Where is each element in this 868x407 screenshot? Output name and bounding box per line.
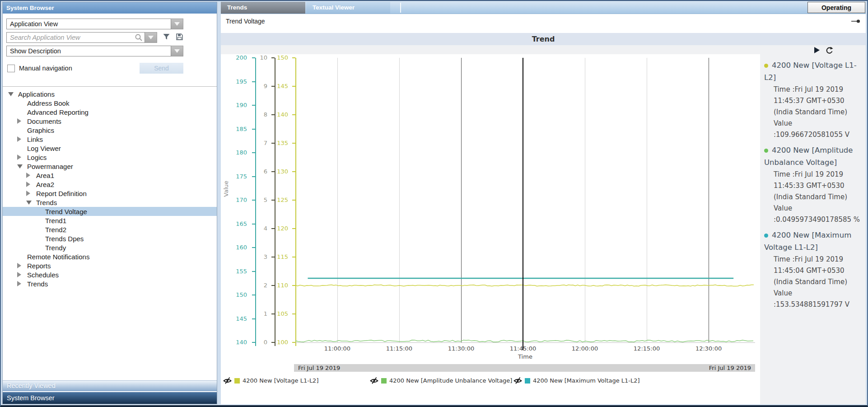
y-tick-label: 130: [269, 168, 288, 175]
description-selector[interactable]: Show Description: [6, 46, 171, 56]
send-button[interactable]: Send: [140, 63, 183, 74]
tree-item-log-viewer[interactable]: Log Viewer: [3, 144, 217, 153]
recently-viewed-bar[interactable]: Recently Viewed: [3, 380, 217, 391]
legend-item-4200-new-maximum-voltage-l1-l2[interactable]: 4200 New [Maximum Voltage L1-L2]: [513, 377, 640, 384]
view-selector[interactable]: Application View: [6, 19, 171, 29]
tree-item-label: Log Viewer: [27, 145, 61, 152]
tree-item-area1[interactable]: Area1: [3, 171, 217, 180]
tree-item-report-definition[interactable]: Report Definition: [3, 189, 217, 198]
expand-arrow-icon[interactable]: [17, 263, 27, 268]
filter-icon[interactable]: [163, 33, 170, 42]
y-tick-label: 10: [248, 54, 267, 61]
y-tick-mark: [292, 114, 295, 115]
tree-item-area2[interactable]: Area2: [3, 180, 217, 189]
y-tick-label: 145: [228, 315, 247, 323]
tree-item-label: Trends Dpes: [45, 235, 84, 243]
tree-item-trend2[interactable]: Trend2: [3, 225, 217, 234]
tree-item-trends[interactable]: Trends: [3, 279, 217, 288]
expand-arrow-icon[interactable]: [17, 118, 27, 124]
y-tick-label: 3: [248, 253, 267, 261]
expand-arrow-icon[interactable]: [17, 281, 27, 286]
pin-icon[interactable]: [851, 18, 861, 25]
operating-mode-button[interactable]: Operating: [807, 2, 865, 13]
collapse-arrow-icon[interactable]: [8, 92, 18, 96]
y-tick-label: 9: [248, 83, 267, 90]
tree-item-address-book[interactable]: Address Book: [3, 98, 217, 108]
tree-item-schedules[interactable]: Schedules: [3, 270, 217, 279]
series-line-4200-new-amplitude-unbalance-voltage: [295, 340, 753, 342]
legend-item-4200-new-amplitude-unbalance-voltage[interactable]: 4200 New [Amplitude Unbalance Voltage]: [370, 377, 512, 384]
tree-item-trend-voltage[interactable]: Trend Voltage: [3, 207, 217, 216]
date-range-bar: Fri Jul 19 2019 Fri Jul 19 2019: [294, 364, 755, 372]
search-dropdown-button[interactable]: [145, 32, 157, 43]
series-value: Value :109.966720581055 V: [774, 118, 863, 140]
y-tick-label: 5: [248, 196, 267, 204]
tab-textual-viewer[interactable]: Textual Viewer: [306, 2, 390, 14]
breadcrumb: Trend Voltage: [226, 18, 265, 25]
expand-arrow-icon[interactable]: [26, 173, 36, 178]
y-tick-mark: [252, 129, 255, 130]
legend-label: 4200 New [Voltage L1-L2]: [243, 377, 318, 384]
y-tick-mark: [252, 271, 255, 272]
breadcrumb-row: Trend Voltage: [221, 14, 866, 28]
date-end: Fri Jul 19 2019: [709, 365, 751, 371]
tree-item-links[interactable]: Links: [3, 135, 217, 144]
legend-label: 4200 New [Amplitude Unbalance Voltage]: [389, 377, 512, 384]
tree-item-graphics[interactable]: Graphics: [3, 126, 217, 135]
tree-item-remote-notifications[interactable]: Remote Notifications: [3, 252, 217, 261]
tree: ApplicationsAddress BookAdvanced Reporti…: [3, 86, 217, 380]
manual-navigation-checkbox[interactable]: [7, 65, 15, 72]
collapse-arrow-icon[interactable]: [17, 164, 27, 168]
tree-item-applications[interactable]: Applications: [3, 89, 217, 98]
tree-item-trend1[interactable]: Trend1: [3, 216, 217, 225]
y-tick-label: 4: [248, 225, 267, 232]
tree-item-label: Report Definition: [36, 190, 87, 197]
expand-arrow-icon[interactable]: [26, 182, 36, 187]
tree-item-documents[interactable]: Documents: [3, 117, 217, 126]
tree-item-reports[interactable]: Reports: [3, 261, 217, 270]
save-icon[interactable]: [176, 33, 183, 42]
search-input[interactable]: [6, 32, 145, 43]
x-tick-label: 12:15:00: [628, 345, 666, 352]
legend-label: 4200 New [Maximum Voltage L1-L2]: [533, 377, 640, 384]
y-tick-label: 195: [228, 78, 247, 85]
x-tick-label: 11:00:00: [318, 345, 356, 352]
y-tick-label: 115: [269, 253, 288, 261]
collapse-arrow-icon[interactable]: [26, 201, 36, 205]
cursor-line[interactable]: [523, 58, 523, 350]
legend-item-4200-new-voltage-l1-l2[interactable]: 4200 New [Voltage L1-L2]: [223, 377, 318, 384]
y-tick-mark: [292, 171, 295, 172]
expand-arrow-icon[interactable]: [26, 191, 36, 196]
refresh-icon[interactable]: [825, 47, 833, 56]
x-tick-label: 11:45:00: [504, 345, 542, 352]
chart-content: Value 2001951901851801751701651601551501…: [221, 45, 866, 404]
tree-item-label: Area2: [36, 181, 54, 188]
description-selector-dropdown-button[interactable]: [171, 46, 183, 56]
y-tick-mark: [292, 200, 295, 201]
tree-item-advanced-reporting[interactable]: Advanced Reporting: [3, 108, 217, 117]
tree-item-trends[interactable]: Trends: [3, 198, 217, 207]
browser-controls: Application View Show: [3, 14, 217, 74]
y-tick-mark: [252, 295, 255, 295]
tab-trends[interactable]: Trends: [221, 2, 305, 14]
y-tick-label: 170: [228, 196, 247, 204]
series-value: Value :0.0495973490178585 %: [774, 203, 863, 225]
tree-item-logics[interactable]: Logics: [3, 153, 217, 162]
system-browser-panel: System Browser Application View: [2, 2, 217, 404]
system-browser-footer-bar[interactable]: System Browser: [3, 392, 217, 404]
application-window: System Browser Application View: [0, 0, 868, 407]
series-detail-4200-new-amplitude-unbalance-voltage: 4200 New [Amplitude Unbalance Voltage]Ti…: [764, 144, 863, 225]
tree-item-powermanager[interactable]: Powermanager: [3, 162, 217, 171]
y-tick-label: 180: [228, 149, 247, 156]
tree-item-trendy[interactable]: Trendy: [3, 243, 217, 252]
y-tick-label: 200: [228, 54, 247, 61]
view-selector-dropdown-button[interactable]: [171, 19, 183, 29]
tree-item-trends-dpes[interactable]: Trends Dpes: [3, 234, 217, 243]
expand-arrow-icon[interactable]: [17, 272, 27, 277]
y-tick-mark: [292, 257, 295, 257]
play-icon[interactable]: [813, 47, 820, 56]
y-tick-label: 190: [228, 102, 247, 109]
expand-arrow-icon[interactable]: [17, 154, 27, 160]
expand-arrow-icon[interactable]: [17, 136, 27, 142]
y-tick-label: 110: [269, 282, 288, 289]
